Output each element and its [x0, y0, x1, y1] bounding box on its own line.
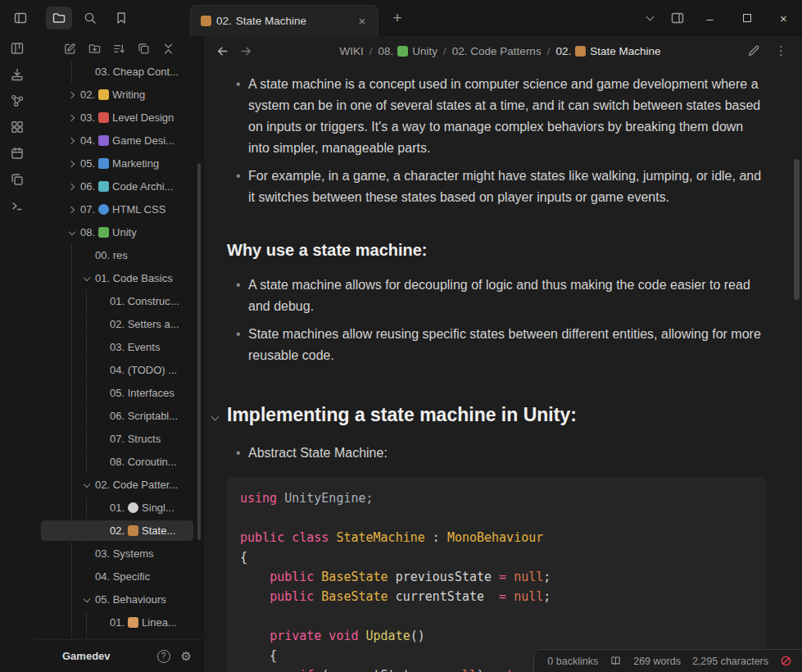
folder-chevron-icon[interactable]: [80, 479, 93, 492]
intro-list: A state machine is a concept used in com…: [227, 74, 766, 208]
heading-collapse-icon[interactable]: [208, 410, 221, 423]
new-note-icon[interactable]: [62, 41, 77, 56]
indent-guide: [80, 429, 95, 449]
code-line: [240, 606, 753, 626]
marketing-icon: [98, 158, 109, 169]
sidebar-dock-tabs: [46, 7, 134, 30]
package-icon: [201, 16, 211, 26]
new-folder-icon[interactable]: [87, 41, 102, 56]
code-block[interactable]: using UnityEngine; public class StateMac…: [227, 477, 766, 672]
tree-item-label: 07.HTML CSS: [80, 203, 165, 216]
tree-item[interactable]: 02. Setters a...: [34, 314, 203, 336]
new-tab-button[interactable]: +: [385, 0, 410, 36]
unity-icon: [98, 227, 109, 238]
folder-chevron-icon[interactable]: [66, 226, 79, 239]
tree-item[interactable]: 05. Interfaces: [34, 383, 203, 405]
breadcrumb-segment[interactable]: WIKI: [339, 45, 363, 57]
tree-item[interactable]: 03. Cheap Cont...: [34, 61, 203, 84]
breadcrumb-segment[interactable]: 08.Unity: [378, 45, 438, 57]
editor-scrollbar[interactable]: [794, 159, 800, 300]
tree-item[interactable]: 01. Code Basics: [34, 268, 203, 290]
maximize-button[interactable]: [728, 0, 765, 36]
tree-item[interactable]: 06. Scriptabl...: [34, 406, 203, 428]
minimize-button[interactable]: –: [691, 0, 728, 36]
folder-chevron-icon[interactable]: [66, 157, 79, 170]
tree-item[interactable]: 03.Level Design: [34, 107, 203, 129]
folder-chevron-icon[interactable]: [66, 203, 79, 216]
toggle-right-sidebar-icon[interactable]: [664, 0, 691, 36]
tree-item[interactable]: 08.Unity: [34, 222, 203, 244]
breadcrumb-segment[interactable]: 02. Code Patterns: [452, 45, 541, 57]
indent-guide: [66, 245, 80, 266]
folder-chevron-icon[interactable]: [66, 111, 79, 125]
bookmarks-tab[interactable]: [108, 7, 134, 30]
more-options-icon[interactable]: ⋮: [775, 43, 787, 58]
tree-item[interactable]: 02. Code Patter...: [34, 474, 203, 497]
tree-item[interactable]: 06.Code Archi...: [34, 176, 203, 198]
breadcrumb-segment[interactable]: 02.State Machine: [555, 45, 660, 57]
tree-item[interactable]: 05. Behaviours: [34, 589, 203, 611]
tab-close-icon[interactable]: ×: [353, 12, 371, 30]
tree-item[interactable]: 04.Game Desi...: [34, 130, 203, 152]
settings-gear-icon[interactable]: ⚙: [181, 650, 192, 662]
files-tab[interactable]: [46, 7, 72, 30]
layout-grid-icon[interactable]: [7, 41, 28, 56]
tab-list-chevron-icon[interactable]: [636, 0, 664, 36]
indent-guide: [66, 383, 80, 403]
templates-icon[interactable]: [7, 172, 28, 187]
collapse-all-icon[interactable]: [161, 41, 175, 56]
indent-guide: [66, 452, 80, 472]
folder-chevron-icon[interactable]: [66, 89, 79, 102]
folder-chevron-icon[interactable]: [80, 272, 93, 285]
canvas-icon[interactable]: [7, 120, 28, 134]
backlinks-count[interactable]: 0 backlinks: [547, 656, 598, 667]
import-icon[interactable]: [7, 67, 28, 82]
toggle-left-sidebar-icon[interactable]: [8, 6, 33, 30]
tree-item[interactable]: 07.HTML CSS: [34, 199, 203, 221]
tree-item[interactable]: 03. Events: [34, 337, 203, 359]
stacked-tabs-icon[interactable]: [136, 41, 151, 56]
tree-item[interactable]: 01. Construc...: [34, 291, 203, 313]
terminal-icon[interactable]: [7, 198, 28, 213]
tree-item-label: 04.Game Desi...: [80, 134, 174, 147]
help-icon[interactable]: ?: [157, 650, 170, 663]
tree-item[interactable]: 01.Singl...: [34, 497, 203, 520]
folder-chevron-icon[interactable]: [80, 593, 93, 606]
ribbon: [0, 36, 34, 672]
chevron-spacer: [80, 249, 93, 262]
sort-order-icon[interactable]: [111, 41, 126, 56]
chevron-spacer: [95, 616, 108, 629]
tree-item-label: 01. Code Basics: [95, 272, 173, 284]
search-tab[interactable]: [77, 7, 103, 30]
tree-item[interactable]: 03. Systems: [34, 543, 203, 565]
indent-guide: [66, 360, 80, 380]
vault-name[interactable]: Gamedev: [62, 650, 111, 662]
back-arrow-icon[interactable]: [215, 44, 229, 58]
tree-item[interactable]: 02.Writing: [34, 84, 203, 107]
folder-chevron-icon[interactable]: [66, 180, 79, 193]
folder-chevron-icon[interactable]: [66, 134, 79, 148]
chevron-spacer: [95, 502, 108, 515]
tree-item-selected[interactable]: 02.State...: [34, 520, 203, 543]
daily-note-icon[interactable]: [7, 146, 28, 161]
code-line: public BaseState currentState = null;: [240, 587, 753, 606]
tree-item[interactable]: 08. Coroutin...: [34, 452, 203, 474]
forward-arrow-icon[interactable]: [239, 44, 253, 58]
sync-error-icon[interactable]: [780, 655, 792, 667]
sidebar-scrollbar[interactable]: [197, 163, 201, 540]
file-explorer-panel: 03. Cheap Cont...02.Writing03.Level Desi…: [34, 36, 203, 639]
breadcrumb-separator: /: [443, 45, 446, 57]
tree-item[interactable]: 04. (TODO) ...: [34, 360, 203, 382]
graph-view-icon[interactable]: [7, 93, 28, 108]
tree-item[interactable]: 07. Structs: [34, 429, 203, 451]
tree-item[interactable]: 04. Specific: [34, 566, 203, 588]
indent-guide: [66, 429, 80, 449]
tree-item[interactable]: 05.Marketing: [34, 153, 203, 175]
note-tab[interactable]: 02. State Machine ×: [190, 5, 378, 36]
close-button[interactable]: ×: [765, 0, 802, 36]
indent-guide: [66, 497, 80, 518]
edit-mode-pencil-icon[interactable]: [747, 44, 760, 57]
indent-guide: [66, 589, 80, 610]
tree-item[interactable]: 01.Linea...: [34, 612, 203, 634]
tree-item[interactable]: 00. res: [34, 245, 203, 267]
